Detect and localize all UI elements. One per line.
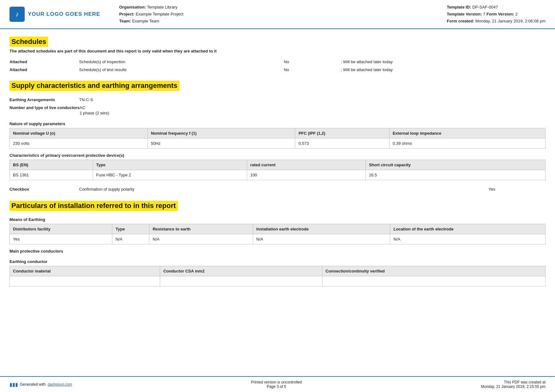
overcurrent-col-0: BS (EN) (10, 160, 93, 170)
means-header-row: Distributors facility Type Resistance to… (10, 224, 546, 234)
means-cell-0-3: N/A (253, 234, 390, 244)
earthing-empty-0 (10, 276, 160, 286)
supply-table-row: 230 volts 50Hz 0.573 0.39 ohms (10, 138, 546, 149)
schedule-row-2: Attached Schedule(s) of test results No … (9, 66, 546, 74)
overcurrent-col-2: rated current (247, 160, 365, 170)
schedule-status-2: No (284, 67, 341, 72)
overcurrent-cell-0-3: 16.5 (365, 170, 545, 180)
dashpivot-link[interactable]: dashpivot.com (47, 382, 72, 387)
footer-right: This PDF was created at Monday, 21 Janua… (481, 380, 546, 389)
schedule-row-1: Attached Schedule(s) of inspection No : … (9, 58, 546, 66)
means-col-0: Distributors facility (10, 224, 112, 234)
schedule-label-2: Attached (9, 67, 79, 72)
particulars-title: Particulars of installation referred to … (9, 201, 178, 211)
template-version-line: Template Version: 7 Form Version: 2 (447, 11, 546, 18)
earthing-table-empty-row (10, 276, 546, 286)
means-table: Distributors facility Type Resistance to… (9, 224, 546, 244)
earthing-label: Earthing Arrangements (9, 97, 79, 102)
earthing-header-row: Conductor material Conductor CSA mm2 Con… (10, 266, 546, 276)
project-line: Project: Example Template Project (119, 11, 440, 18)
checkbox-row: Checkbox Confirmation of supply polarity… (9, 185, 546, 194)
logo-icon: ♪ (9, 7, 25, 22)
form-created-line: Form created: Monday, 21 January 2019, 2… (447, 18, 546, 25)
supply-cell-0-1: 50Hz (147, 138, 295, 149)
org-line: Organisation: Template Library (119, 4, 440, 11)
overcurrent-cell-0-1: Fuse HBC - Type 2 (93, 170, 247, 180)
supply-table-header-row: Nominal voltage U (o) Nominal frequency … (10, 128, 546, 138)
checkbox-value: Yes (489, 187, 546, 192)
earthing-empty-2 (322, 276, 545, 286)
checkbox-label: Checkbox (9, 187, 79, 192)
means-col-1: Type (112, 224, 149, 234)
earthing-value: TN-C-S (79, 97, 546, 102)
earthing-col-2: Connection/continuity verified (322, 266, 545, 276)
template-id-line: Template ID: DP-SAF-0047 (447, 4, 546, 11)
overcurrent-col-3: Short circuit capacity (365, 160, 545, 170)
supply-col-2: PFC (IPF (1,2) (295, 128, 389, 138)
logo-area: ♪ YOUR LOGO GOES HERE (9, 4, 100, 25)
page-header: ♪ YOUR LOGO GOES HERE Organisation: Temp… (0, 0, 555, 29)
schedules-subtitle: The attached schedules are part of this … (9, 49, 546, 53)
means-col-2: Resistance to earth (149, 224, 253, 234)
overcurrent-cell-0-2: 100 (247, 170, 365, 180)
schedule-status-1: No (284, 59, 341, 64)
uncontrolled-label: Printed version is uncontrolled (251, 380, 302, 384)
earthing-conductor-label: Earthing conductor (9, 259, 546, 264)
schedule-note-1: : Will be attached later today (341, 59, 546, 64)
supply-col-0: Nominal voltage U (o) (10, 128, 148, 138)
overcurrent-header-row: BS (EN) Type rated current Short circuit… (10, 160, 546, 170)
supply-section: Supply characteristics and earthing arra… (9, 81, 546, 194)
overcurrent-table: BS (EN) Type rated current Short circuit… (9, 160, 546, 180)
supply-cell-0-3: 0.39 ohms (389, 138, 545, 149)
means-label: Means of Earthing (9, 217, 546, 222)
footer-center: Printed version is uncontrolled Page 3 o… (251, 380, 302, 389)
schedule-label-1: Attached (9, 59, 79, 64)
means-cell-0-2: N/A (149, 234, 253, 244)
created-value: Monday, 21 January 2019, 2:15:55 pm (481, 384, 546, 389)
earthing-conductor-table: Conductor material Conductor CSA mm2 Con… (9, 266, 546, 286)
supply-col-3: External loop impedance (389, 128, 545, 138)
created-label: This PDF was created at (481, 380, 546, 384)
team-line: Team: Example Team (119, 18, 440, 25)
earthing-row: Earthing Arrangements TN-C-S (9, 96, 546, 104)
overcurrent-col-1: Type (93, 160, 247, 170)
means-cell-0-0: Yes (10, 234, 112, 244)
conductors-label: Number and type of live conductors (9, 105, 80, 110)
means-col-4: Location of the earth electrode (390, 224, 546, 234)
conductors-value2: 1 phase (2 wire) (80, 111, 546, 115)
supply-cell-0-2: 0.573 (295, 138, 389, 149)
nature-label: Nature of supply parameters (9, 121, 546, 126)
means-cell-0-1: N/A (112, 234, 149, 244)
supply-title: Supply characteristics and earthing arra… (9, 81, 179, 91)
overcurrent-table-row: BS 1361 Fuse HBC - Type 2 100 16.5 (10, 170, 546, 180)
logo-text: YOUR LOGO GOES HERE (28, 11, 100, 17)
schedule-description-2: Schedule(s) of test results (79, 67, 284, 72)
supply-col-1: Nominal frequency f (1) (147, 128, 295, 138)
schedule-note-2: : Will be attached later today (341, 67, 546, 72)
schedule-description-1: Schedule(s) of inspection (79, 59, 284, 64)
means-col-3: Installation earth electrode (253, 224, 390, 234)
main-conductors-label: Main protective conductors (9, 249, 546, 254)
header-center-info: Organisation: Template Library Project: … (107, 4, 440, 25)
particulars-section: Particulars of installation referred to … (9, 201, 546, 286)
overcurrent-cell-0-0: BS 1361 (10, 170, 93, 180)
page-footer: ▮▮▮ Generated with dashpivot.com Printed… (0, 376, 555, 392)
checkbox-description: Confirmation of supply polarity (79, 187, 489, 192)
schedules-section: Schedules The attached schedules are par… (9, 37, 546, 74)
dashpivot-icon: ▮▮▮ (9, 382, 18, 388)
conductors-value1: AC (80, 105, 546, 110)
means-cell-0-4: N/A (390, 234, 546, 244)
overcurrent-label: Characteristics of primary overcurrent p… (9, 153, 546, 158)
conductors-row: Number and type of live conductors AC 1 … (9, 104, 546, 117)
main-content: Schedules The attached schedules are par… (0, 29, 555, 297)
footer-left: ▮▮▮ Generated with dashpivot.com (9, 382, 72, 388)
header-right-info: Template ID: DP-SAF-0047 Template Versio… (447, 4, 546, 25)
schedules-title: Schedules (9, 37, 48, 47)
supply-cell-0-0: 230 volts (10, 138, 148, 149)
conductors-value: AC 1 phase (2 wire) (80, 105, 546, 115)
supply-table: Nominal voltage U (o) Nominal frequency … (9, 128, 546, 149)
earthing-empty-1 (160, 276, 322, 286)
means-table-row: Yes N/A N/A N/A N/A (10, 234, 546, 244)
page-number: Page 3 of 5 (251, 384, 302, 389)
earthing-col-0: Conductor material (10, 266, 160, 276)
